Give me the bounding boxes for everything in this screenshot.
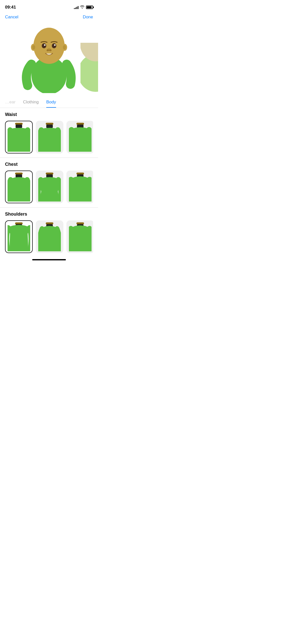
svg-rect-36 (15, 222, 23, 224)
waist-options (5, 121, 93, 157)
shoulders-options (5, 220, 93, 257)
waist-title: Waist (5, 112, 93, 117)
svg-point-7 (63, 45, 66, 50)
chest-option-1[interactable] (5, 171, 33, 203)
waist-option-2[interactable] (36, 121, 63, 153)
status-time: 09:41 (5, 5, 16, 10)
svg-rect-25 (46, 125, 53, 128)
shoulders-section: Shoulders (0, 208, 98, 257)
status-bar: 09:41 (0, 0, 98, 13)
waist-option-3[interactable] (66, 121, 93, 153)
home-bar (32, 259, 66, 260)
svg-rect-23 (16, 125, 22, 128)
svg-rect-40 (76, 222, 84, 224)
svg-rect-24 (46, 123, 53, 125)
tab-clothing[interactable]: Clothing (23, 97, 39, 108)
svg-point-34 (72, 185, 80, 191)
signal-icon (74, 6, 78, 9)
waist-section: Waist (0, 108, 98, 158)
home-indicator[interactable] (0, 257, 98, 262)
svg-point-8 (42, 43, 46, 48)
tab-body[interactable]: Body (46, 97, 56, 108)
chest-option-2[interactable] (36, 171, 63, 203)
svg-rect-26 (76, 123, 84, 125)
svg-point-11 (54, 44, 56, 46)
tab-selector: …ear Clothing Body (0, 97, 98, 108)
wifi-icon (80, 5, 84, 10)
chest-options (5, 171, 93, 207)
tab-headwear[interactable]: …ear (5, 97, 16, 108)
svg-rect-30 (46, 173, 53, 175)
svg-point-10 (44, 44, 46, 46)
shoulders-option-3[interactable] (66, 220, 93, 253)
status-icons (74, 5, 93, 10)
svg-point-6 (32, 45, 35, 50)
avatar-main (19, 25, 79, 94)
svg-rect-22 (15, 123, 23, 125)
svg-point-3 (33, 28, 65, 64)
svg-point-9 (52, 43, 56, 48)
chest-section: Chest (0, 158, 98, 208)
svg-rect-32 (76, 173, 84, 175)
waist-option-1[interactable] (5, 121, 33, 153)
shoulders-option-2[interactable] (36, 220, 63, 253)
svg-point-14 (49, 49, 52, 51)
shoulders-option-1[interactable] (5, 220, 33, 253)
svg-rect-28 (15, 173, 23, 175)
done-button[interactable]: Done (83, 15, 93, 20)
chest-title: Chest (5, 162, 93, 167)
avatar-secondary (80, 43, 98, 94)
battery-icon (86, 6, 93, 9)
nav-bar: Cancel Done (0, 13, 98, 24)
avatar-preview (0, 24, 98, 94)
svg-point-35 (80, 185, 89, 191)
svg-point-13 (47, 49, 49, 51)
shoulders-title: Shoulders (5, 212, 93, 217)
svg-rect-38 (46, 222, 53, 224)
cancel-button[interactable]: Cancel (5, 15, 18, 20)
svg-point-18 (80, 43, 98, 61)
chest-option-3[interactable] (66, 171, 93, 203)
